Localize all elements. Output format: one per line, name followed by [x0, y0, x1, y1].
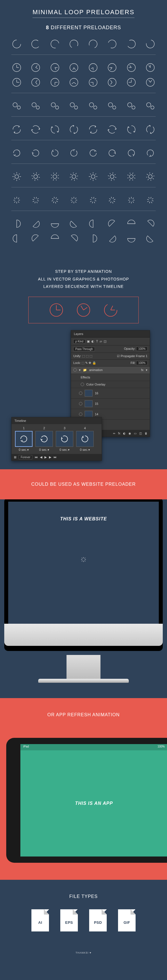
svg-line-140: [149, 172, 150, 173]
timeline-frames: 1 0 sec.▾ 2 0 sec.▾ 3 0 sec.▾ 4: [12, 424, 102, 454]
arc-icon: [30, 38, 41, 49]
layer-item[interactable]: 15: [71, 399, 150, 409]
layer-effects[interactable]: Effects: [71, 374, 150, 381]
timeline-frame[interactable]: 3 0 sec.▾: [55, 426, 74, 452]
trash-icon[interactable]: 🗑: [145, 432, 148, 435]
svg-line-102: [71, 174, 72, 175]
chevron-down-icon[interactable]: ▾: [146, 368, 148, 372]
svg-line-158: [33, 201, 34, 202]
svg-line-114: [95, 179, 96, 180]
svg-line-92: [53, 180, 54, 181]
opacity-value[interactable]: 100%: [136, 347, 148, 351]
svg-point-69: [132, 106, 135, 109]
arc-icon: [11, 38, 22, 49]
svg-line-198: [129, 202, 130, 203]
visibility-icon[interactable]: [79, 391, 82, 395]
burst-icon: [88, 195, 99, 205]
svg-line-95: [53, 173, 54, 174]
layer-item[interactable]: 16: [71, 388, 150, 399]
chevron-down-icon[interactable]: ▾: [79, 368, 81, 372]
arrow-circle-icon: [107, 148, 117, 158]
clock-selection: [28, 297, 139, 323]
halfcircle-icon: [145, 233, 156, 244]
svg-line-224: [85, 558, 85, 558]
svg-line-101: [71, 179, 72, 180]
svg-point-63: [74, 106, 77, 109]
filter-icon[interactable]: ▱: [100, 339, 102, 343]
burst-icon: [30, 195, 41, 205]
visibility-icon[interactable]: [79, 402, 82, 406]
fill-value[interactable]: 100%: [136, 361, 148, 365]
filter-icon[interactable]: ◐: [91, 339, 94, 343]
folder-icon[interactable]: ▭: [134, 432, 136, 435]
gears-icon: [107, 100, 117, 111]
link-icon[interactable]: ⇔: [113, 432, 115, 435]
svg-line-22: [91, 68, 93, 69]
visibility-icon[interactable]: [81, 383, 84, 386]
timeline-frame[interactable]: 4 0 sec.▾: [75, 426, 95, 452]
timeline-tab[interactable]: Timeline: [12, 417, 102, 424]
convert-icon[interactable]: ⊞: [14, 455, 16, 459]
unify-label: Unify:: [73, 354, 81, 358]
frame-thumb: [76, 431, 94, 447]
last-frame-icon[interactable]: ⏭: [54, 455, 57, 459]
visibility-icon[interactable]: [79, 412, 82, 416]
first-frame-icon[interactable]: ⏮: [35, 455, 38, 459]
blend-mode-select[interactable]: Pass Through: [73, 347, 95, 351]
visibility-icon[interactable]: [73, 368, 77, 372]
svg-line-55: [150, 80, 152, 82]
svg-point-58: [32, 103, 36, 107]
svg-point-81: [34, 174, 38, 179]
svg-point-99: [71, 174, 77, 180]
mask-icon[interactable]: ◐: [123, 432, 126, 435]
halfcircle-icon: [50, 218, 60, 229]
svg-line-78: [19, 179, 20, 180]
preloader-row-sun: [11, 171, 156, 182]
svg-line-115: [90, 179, 91, 180]
svg-point-90: [52, 174, 57, 179]
svg-point-66: [109, 103, 113, 107]
layer-name: 16: [95, 391, 98, 395]
svg-line-116: [95, 174, 96, 175]
svg-line-152: [36, 197, 36, 199]
svg-line-79: [14, 179, 15, 180]
arrow-circle-icon: [30, 148, 41, 158]
svg-line-134: [134, 175, 135, 176]
loop-select[interactable]: Forever: [19, 455, 32, 459]
subtitle: 8 DIFFERENT PRELOADERS: [11, 25, 156, 31]
frame-duration[interactable]: 0 sec.▾: [55, 448, 74, 452]
new-icon[interactable]: ◫: [139, 432, 142, 435]
layers-tab[interactable]: Layers: [71, 331, 150, 337]
arc-icon: [68, 38, 79, 49]
next-frame-icon[interactable]: ▶: [49, 455, 51, 459]
prev-frame-icon[interactable]: ◀: [40, 455, 42, 459]
layer-color-overlay[interactable]: Color Overlay: [71, 381, 150, 388]
svg-line-118: [113, 172, 113, 174]
frame-duration[interactable]: 0 sec.▾: [14, 448, 34, 452]
layer-group[interactable]: ▾ 📁 animation fx ▾: [71, 366, 150, 374]
fx-icon[interactable]: fx: [118, 432, 120, 435]
filter-icon[interactable]: T: [96, 339, 98, 343]
svg-line-161: [53, 202, 54, 203]
frame-duration[interactable]: 0 sec.▾: [75, 448, 95, 452]
adjustment-icon[interactable]: ◉: [129, 432, 131, 435]
timeline-frame[interactable]: 2 0 sec.▾: [34, 426, 54, 452]
fx-badge[interactable]: fx: [141, 368, 143, 372]
filter-icon[interactable]: ▣: [87, 339, 90, 343]
frame-duration[interactable]: 0 sec.▾: [34, 448, 54, 452]
folder-icon: 📁: [83, 368, 87, 372]
timeline-panel[interactable]: Timeline 1 0 sec.▾ 2 0 sec.▾ 3 0 sec.▾: [11, 417, 102, 461]
preloader-row-burst: [11, 195, 156, 205]
kind-filter[interactable]: ρ Kind: [73, 339, 85, 344]
play-icon[interactable]: ▶: [44, 455, 47, 459]
propagate-checkbox-label[interactable]: Propagate Frame 1: [121, 354, 148, 358]
lock-label: Lock:: [73, 361, 81, 364]
preloader-row-clock: [11, 62, 156, 73]
timeline-frame[interactable]: 1 0 sec.▾: [14, 426, 34, 452]
filter-icon[interactable]: ◫: [104, 339, 106, 343]
svg-point-59: [36, 106, 39, 109]
svg-line-150: [14, 202, 15, 203]
layer-thumb: [85, 390, 93, 396]
svg-line-178: [90, 199, 92, 200]
svg-line-137: [148, 179, 149, 180]
